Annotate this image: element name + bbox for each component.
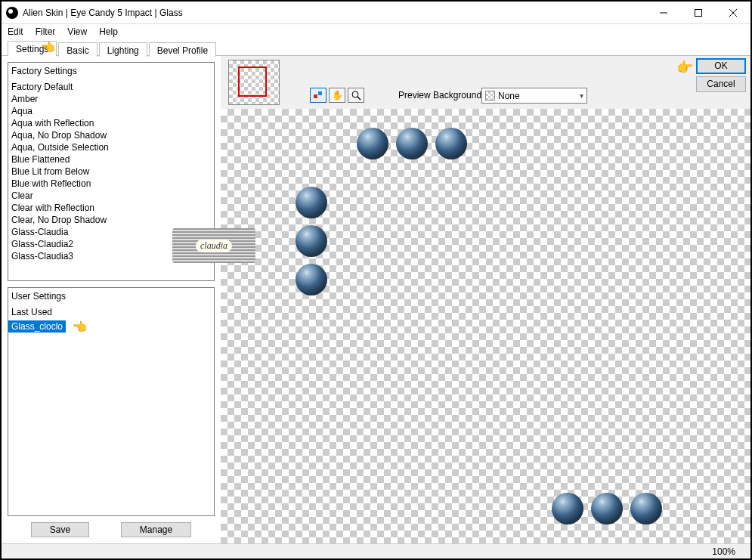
zoom-tool-icon[interactable] xyxy=(348,88,364,103)
save-button[interactable]: Save xyxy=(31,522,89,537)
preview-canvas[interactable] xyxy=(221,109,750,543)
glass-sphere xyxy=(552,493,583,524)
watermark: claudia xyxy=(172,228,255,263)
list-item[interactable]: Amber xyxy=(8,93,214,105)
thumbnail-navigator[interactable] xyxy=(228,60,280,105)
menu-filter[interactable]: Filter xyxy=(36,26,56,37)
title-bar: Alien Skin | Eye Candy 5 Impact | Glass xyxy=(2,2,750,24)
glass-sphere xyxy=(435,128,467,159)
svg-rect-5 xyxy=(318,91,322,95)
pointer-hand-icon: 👉 xyxy=(676,59,693,76)
svg-rect-4 xyxy=(314,94,317,98)
list-item[interactable]: Factory Default xyxy=(8,81,214,93)
svg-point-6 xyxy=(352,91,358,97)
list-item-selected[interactable]: Glass_cloclo xyxy=(8,320,66,333)
chevron-down-icon: ▾ xyxy=(580,91,583,100)
user-settings-list[interactable]: User Settings Last Used Glass_cloclo 👉 xyxy=(8,287,215,516)
hand-tool-icon[interactable]: ✋ xyxy=(329,88,345,103)
manage-button[interactable]: Manage xyxy=(121,522,191,537)
glass-sphere xyxy=(296,187,327,218)
preview-panel: ✋ Preview Background: None ▾ 👉 OK Cancel xyxy=(221,56,750,543)
user-settings-header: User Settings xyxy=(8,288,214,306)
tab-bar: Settings 👉 Basic Lighting Bevel Profile xyxy=(2,39,750,56)
glass-sphere xyxy=(630,493,662,524)
glass-sphere xyxy=(396,128,428,159)
menu-help[interactable]: Help xyxy=(99,26,118,37)
maximize-button[interactable] xyxy=(681,2,716,23)
close-button[interactable] xyxy=(716,2,750,23)
factory-settings-header: Factory Settings xyxy=(8,63,214,81)
list-item[interactable]: Clear xyxy=(8,190,214,202)
svg-rect-1 xyxy=(695,9,702,16)
settings-panel: Factory Settings Factory Default Amber A… xyxy=(2,56,221,543)
preview-background-label: Preview Background: xyxy=(398,90,484,101)
status-bar: 100% xyxy=(2,543,750,558)
list-item[interactable]: Aqua with Reflection xyxy=(8,117,214,129)
preview-background-value: None xyxy=(498,91,520,101)
list-item[interactable]: Aqua xyxy=(8,105,214,117)
minimize-button[interactable] xyxy=(646,2,681,23)
ok-button[interactable]: OK xyxy=(696,58,746,74)
list-item[interactable]: Blue with Reflection xyxy=(8,178,214,190)
list-item[interactable]: Blue Flattened xyxy=(8,153,214,166)
list-item-last-used[interactable]: Last Used xyxy=(8,306,214,318)
pointer-hand-icon: 👉 xyxy=(73,320,88,334)
menu-bar: Edit Filter View Help xyxy=(2,24,750,39)
glass-sphere xyxy=(591,493,623,524)
glass-sphere xyxy=(296,225,327,257)
color-picker-tool[interactable] xyxy=(310,88,326,103)
cancel-button[interactable]: Cancel xyxy=(696,76,746,92)
tab-basic[interactable]: Basic xyxy=(58,42,97,57)
app-icon xyxy=(6,7,18,19)
list-item[interactable]: Clear with Reflection xyxy=(8,202,214,214)
list-item[interactable]: Clear, No Drop Shadow xyxy=(8,214,214,226)
window-title: Alien Skin | Eye Candy 5 Impact | Glass xyxy=(23,8,646,18)
tab-lighting[interactable]: Lighting xyxy=(99,42,147,57)
tab-bevel[interactable]: Bevel Profile xyxy=(149,42,216,57)
list-item[interactable]: Aqua, No Drop Shadow xyxy=(8,129,214,141)
preview-background-select[interactable]: None ▾ xyxy=(481,88,587,104)
list-item[interactable]: Blue Lit from Below xyxy=(8,166,214,178)
watermark-text: claudia xyxy=(196,240,232,252)
glass-sphere xyxy=(357,128,388,159)
menu-edit[interactable]: Edit xyxy=(8,26,23,37)
menu-view[interactable]: View xyxy=(67,26,87,37)
list-item[interactable]: Aqua, Outside Selection xyxy=(8,141,214,153)
glass-sphere xyxy=(296,264,327,295)
pointer-hand-icon: 👉 xyxy=(41,40,56,54)
thumbnail-selection[interactable] xyxy=(238,67,267,97)
svg-line-7 xyxy=(357,97,361,100)
transparent-swatch-icon xyxy=(485,91,495,101)
zoom-level: 100% xyxy=(712,546,735,557)
